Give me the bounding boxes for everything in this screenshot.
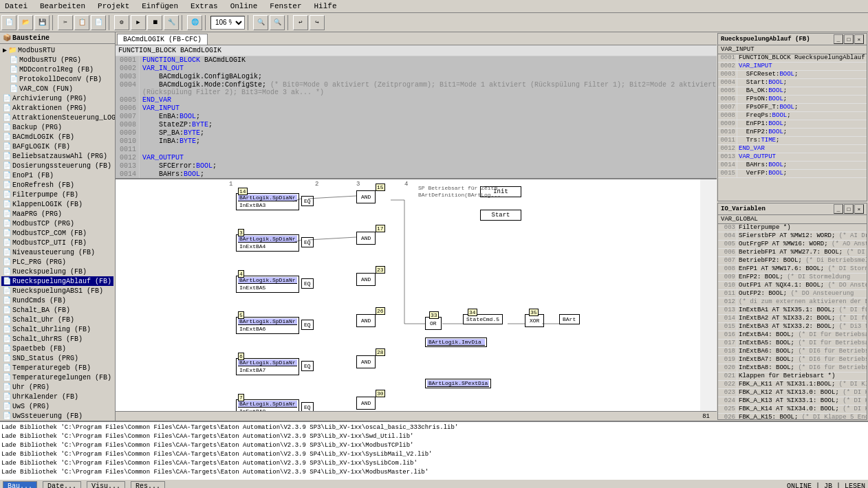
cut-button[interactable]: ✂ — [58, 15, 73, 30]
online-status: ONLINE | JB | LESEN — [787, 483, 865, 488]
tree-item-rueckspuelungablauf[interactable]: 📄RueckspuelungAblauf (FB) — [1, 276, 113, 286]
tree-item-bacmdlogik[interactable]: 📄BACmdLOGIK (FB) — [1, 132, 113, 142]
win-maximize[interactable]: □ — [844, 34, 854, 44]
online-button[interactable]: 🌐 — [187, 15, 202, 30]
tab-bacmdlogik[interactable]: BACmdLOGIK (FB-CFC) — [117, 34, 208, 45]
tree-item-spaetbeb[interactable]: 📄Spaetbeb (FB) — [1, 344, 113, 353]
tree-item-modbusrtu-prg[interactable]: 📄ModbusRTU (PRG) — [1, 55, 113, 65]
menu-hilfe[interactable]: Hilfe — [312, 1, 339, 11]
tree-item-schaltba[interactable]: 📄Schalt_BA (FB) — [1, 305, 113, 315]
tree-item-niveau[interactable]: 📄Niveausteuerung (FB) — [1, 247, 113, 257]
status-tabs: Bau... Date... Visu... Res... — [3, 481, 165, 488]
stop-button[interactable]: ⏹ — [147, 15, 162, 30]
menu-online[interactable]: Online — [228, 1, 260, 11]
tree-item-beliebsatz[interactable]: 📄BeliebsatzauswAhl (PRG) — [1, 151, 113, 161]
message-5: Lade Bibliothek 'C:\Program Files\Common… — [1, 459, 867, 468]
io-win-minimize[interactable]: _ — [834, 204, 843, 214]
tree-item-scaltuhrs[interactable]: 📄Schalt_UhrRS (FB) — [1, 334, 113, 344]
message-2: Lade Bibliothek 'C:\Program Files\Common… — [1, 432, 867, 441]
left-panel: 📦 Bausteine ▶📁ModbusRTU 📄ModbusRTU (PRG)… — [0, 32, 116, 421]
tree-item-modbusrtu[interactable]: ▶📁ModbusRTU — [1, 45, 113, 55]
tree-item-bafglogik[interactable]: 📄BAFgLOGIK (FB) — [1, 142, 113, 151]
debug-button[interactable]: 🔧 — [164, 15, 179, 30]
run-button[interactable]: ▶ — [131, 15, 146, 30]
code-area[interactable]: 0001FUNCTION_BLOCK BACmdLOGIK 0002VAR_IN… — [116, 56, 717, 179]
tree-item-uhr[interactable]: 📄Uhr (PRG) — [1, 382, 113, 392]
status-tab-bau[interactable]: Bau... — [3, 481, 37, 488]
message-1: Lade Bibliothek 'C:\Program Files\Common… — [1, 423, 867, 432]
menu-extras[interactable]: Extras — [188, 1, 220, 11]
io-var-table: 003Filterpumpe *) 004SFierstbFP AT %MW12… — [718, 224, 867, 419]
tree-item-filterpumpe[interactable]: 📄Filterpumpe (FB) — [1, 190, 113, 199]
tree-item-mddcontrol[interactable]: 📄MDDcontrolReg (FB) — [1, 65, 113, 74]
tree-item-backup[interactable]: 📄Backup (PRG) — [1, 122, 113, 132]
tree-item-modbustcp[interactable]: 📄ModbusTCP (PRG) — [1, 219, 113, 228]
message-6: Lade Bibliothek 'C:\Program Files\Common… — [1, 468, 867, 477]
zoom-in-button[interactable]: 🔍 — [253, 15, 268, 30]
tree-item-modbustcp-uti[interactable]: 📄ModbusTCP_UTI (FB) — [1, 238, 113, 247]
tree-item-archivierung[interactable]: 📄Archivierung (PRG) — [1, 93, 113, 103]
tree-item-rundcmds[interactable]: 📄RundCmds (FB) — [1, 296, 113, 305]
tree-item-varcon[interactable]: 📄VAR_CON (FUN) — [1, 84, 113, 93]
tree-item-scaltuhrling[interactable]: 📄Schalt_Uhrling (FB) — [1, 324, 113, 334]
code-view: FUNCTION_BLOCK BACmdLOGIK 0001FUNCTION_B… — [116, 45, 717, 179]
menu-datei[interactable]: Datei — [3, 1, 30, 11]
io-win-maximize[interactable]: □ — [844, 204, 854, 214]
rueckspuelung-var-table: 0001FUNCTION_BLOCK RueckspuelungAblauf 0… — [718, 54, 867, 201]
win-minimize[interactable]: _ — [834, 34, 843, 44]
rueckspuelung-section: RueckspuelungAblauf (FB) _ □ × VAR_INPUT… — [717, 33, 867, 201]
tree-item-maaprg[interactable]: 📄MaaPRG (PRG) — [1, 209, 113, 219]
svg-line-1 — [308, 196, 356, 199]
menu-bearbeiten[interactable]: Bearbeiten — [38, 1, 87, 11]
tree-item-enop1[interactable]: 📄EnoP1 (FB) — [1, 170, 113, 180]
io-variables-section: IO_Variablen _ □ × VAR_GLOBAL 003Filterp… — [717, 203, 867, 420]
status-bar: Bau... Date... Visu... Res... ONLINE | J… — [0, 479, 868, 488]
tree-item-enorefresh[interactable]: 📄EnoRefresh (FB) — [1, 180, 113, 190]
right-panel: RueckspuelungAblauf (FB) _ □ × VAR_INPUT… — [717, 32, 868, 421]
tree-item-uws[interactable]: 📄UwS (PRG) — [1, 401, 113, 411]
menu-projekt[interactable]: Projekt — [96, 1, 131, 11]
menu-einfuegen[interactable]: Einfügen — [140, 1, 180, 11]
redo-button[interactable]: ↪ — [310, 15, 325, 30]
tree-item-sndstatus[interactable]: 📄SND_Status (PRG) — [1, 353, 113, 363]
tree-item-rueckspuelung[interactable]: 📄Rueckspuelung (FB) — [1, 267, 113, 276]
save-button[interactable]: 💾 — [34, 15, 50, 30]
scroll-indicator: 81 — [702, 413, 715, 420]
tree-item-klappenlogik[interactable]: 📄KlappenLOGIK (FB) — [1, 199, 113, 209]
tree-item-tempgeb[interactable]: 📄Temperaturegeb (FB) — [1, 363, 113, 373]
paste-button[interactable]: 📄 — [91, 15, 106, 30]
open-button[interactable]: 📂 — [18, 15, 33, 30]
tree-item-templung[interactable]: 📄Temperaturegelungen (FB) — [1, 373, 113, 382]
menu-fenster[interactable]: Fenster — [268, 1, 303, 11]
copy-button[interactable]: 📋 — [74, 15, 89, 30]
tree-item-attraktionen-logik[interactable]: 📄AttraktionenSteuerung_LOGIK (FB) — [1, 113, 113, 122]
tree-item-uwssteuerung[interactable]: 📄UwSsteuerung (FB) — [1, 411, 113, 421]
tree-item-dosierung[interactable]: 📄Dosierungssteuerung (FB) — [1, 161, 113, 170]
compile-button[interactable]: ⚙ — [114, 15, 129, 30]
io-variables-header: IO_Variablen _ □ × — [718, 203, 867, 215]
bausteine-header: 📦 Bausteine — [0, 32, 115, 44]
tree-item-rueckspuelungabs1[interactable]: 📄RueckspuelungABS1 (FB) — [1, 286, 113, 296]
tree-item-aktraktionen[interactable]: 📄Aktraktionen (PRG) — [1, 103, 113, 113]
undo-button[interactable]: ↩ — [293, 15, 308, 30]
tree-item-uhrkal[interactable]: 📄UhrKalender (FB) — [1, 392, 113, 401]
connection-lines — [116, 179, 700, 421]
code-function-header: FUNCTION_BLOCK BACmdLOGIK — [116, 45, 717, 56]
tree-item-protokoll[interactable]: 📄ProtokollDeconV (FB) — [1, 74, 113, 84]
status-tab-res[interactable]: Res... — [131, 481, 165, 488]
svg-line-3 — [308, 237, 356, 240]
status-tab-date[interactable]: Date... — [43, 481, 81, 488]
tree-item-scaltuhr[interactable]: 📄Schalt_Uhr (FB) — [1, 315, 113, 324]
toolbar: 📄 📂 💾 ✂ 📋 📄 ⚙ ▶ ⏹ 🔧 🌐 50 % 75 % 100 % 10… — [0, 13, 868, 32]
io-win-close[interactable]: × — [854, 204, 864, 214]
status-right: ONLINE | JB | LESEN — [787, 483, 865, 488]
tree-item-plcprg[interactable]: 📄PLC_PRG (PRG) — [1, 257, 113, 267]
tree-item-modbustcp-com[interactable]: 📄ModbusTCP_COM (FB) — [1, 228, 113, 238]
new-button[interactable]: 📄 — [1, 15, 17, 30]
zoom-select[interactable]: 50 % 75 % 100 % 106 % 125 % 150 % — [210, 16, 245, 30]
zoom-out-button[interactable]: 🔍 — [270, 15, 285, 30]
win-close[interactable]: × — [854, 34, 864, 44]
cfc-diagram-area[interactable]: 1 2 3 4 BArtLogik.SpDiaNr InExtBA3 EQ AN… — [116, 179, 717, 421]
status-tab-visu[interactable]: Visu... — [87, 481, 125, 488]
message-4: Lade Bibliothek 'C:\Program Files\Common… — [1, 450, 867, 459]
